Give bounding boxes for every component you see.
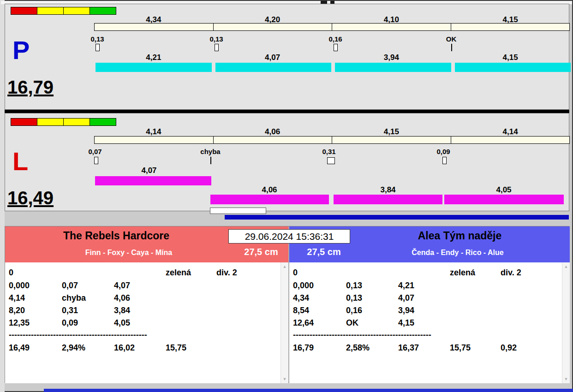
- run-time: 3,84: [367, 185, 409, 195]
- result-cell: 0,31: [62, 306, 78, 315]
- change-marker: [94, 157, 98, 164]
- run-time: 4,06: [249, 185, 290, 195]
- result-cell: 4,21: [398, 281, 414, 291]
- change-marker: [215, 44, 219, 51]
- lane-panel-p: 4,34 4,20 4,10 4,15 0,13 0,13 0,16 OK 4,…: [5, 4, 569, 110]
- run-bar: [335, 63, 451, 72]
- run-bar: [334, 195, 442, 204]
- run-time: 4,15: [451, 53, 570, 62]
- result-cell: 4,06: [114, 293, 130, 303]
- team-left-dogs: Finn - Foxy - Caya - Mína: [5, 249, 252, 257]
- start-lights: [11, 118, 116, 126]
- datetime: 29.06.2024 15:36:31: [228, 229, 350, 244]
- red-light-icon: [11, 118, 37, 126]
- result-cell: 4,34: [293, 293, 309, 303]
- split-time-labels: 4,14 4,06 4,15 4,14: [94, 127, 570, 137]
- change-time: OK: [430, 35, 472, 43]
- background-taskbar-edge: [44, 389, 573, 392]
- lane-letter: P: [12, 37, 30, 63]
- change-time: 0,16: [315, 35, 356, 43]
- change-time: 0,13: [77, 35, 118, 43]
- run-time: 4,05: [483, 185, 525, 195]
- change-time: chyba: [190, 148, 231, 155]
- run-bar: [96, 63, 212, 72]
- yellow-light-icon: [63, 118, 90, 126]
- split-time: 4,15: [332, 127, 451, 137]
- run-time: 4,21: [94, 53, 213, 62]
- run-bar: [95, 176, 211, 185]
- team-left-results: 0 zelená div. 2 0,000 0,07 4,07 4,14 chy…: [5, 262, 288, 383]
- split-bar-segment: [214, 24, 333, 30]
- result-cell: 0,07: [62, 281, 78, 291]
- run-bar: [444, 195, 564, 204]
- change-time: 0,31: [308, 148, 350, 155]
- split-bar-segment: [332, 24, 451, 30]
- team-right-dogs: Čenda - Endy - Rico - Alue: [354, 249, 561, 257]
- result-cell: 4,14: [9, 293, 25, 303]
- split-time: 4,14: [94, 127, 213, 137]
- split-time: 4,06: [213, 127, 332, 137]
- result-cell: 0,92: [501, 343, 517, 353]
- lane-total-time: 16,79: [7, 78, 54, 96]
- result-cell: 16,02: [114, 343, 135, 353]
- result-cell: 8,54: [293, 306, 309, 315]
- result-cell: 3,84: [114, 306, 130, 315]
- run-time: 4,07: [213, 53, 332, 62]
- result-cell: 15,75: [166, 343, 186, 353]
- team-right-jump-height: 27,5 cm: [298, 247, 349, 257]
- result-cell: 16,79: [293, 343, 314, 353]
- lane-total-time: 16,49: [7, 189, 54, 207]
- result-cell: 0,09: [62, 318, 78, 328]
- app-window: 4,34 4,20 4,10 4,15 0,13 0,13 0,16 OK 4,…: [0, 0, 573, 392]
- results-panel: The Rebels Hardcore Finn - Foxy - Caya -…: [5, 226, 569, 383]
- scrollbar[interactable]: ▲ ▼: [281, 262, 288, 383]
- split-bar: [94, 136, 570, 144]
- result-cell: 4,07: [398, 293, 414, 303]
- change-marker: [451, 44, 452, 51]
- result-cell: div. 2: [216, 268, 237, 278]
- result-cell: 8,20: [9, 306, 25, 315]
- lane-letter: L: [12, 148, 28, 174]
- scroll-up-icon[interactable]: ▲: [281, 264, 288, 269]
- split-bar-segment: [451, 24, 570, 30]
- scroll-down-icon[interactable]: ▼: [562, 376, 570, 382]
- window-left-edge: [0, 0, 5, 392]
- yellow-light-icon: [37, 118, 64, 126]
- run-bar: [210, 195, 329, 204]
- result-cell: 12,64: [293, 318, 314, 328]
- run-bars: [96, 63, 571, 72]
- change-marker: [210, 157, 211, 164]
- result-cell: 16,37: [398, 343, 419, 353]
- separator-dashes: ----------------------------------------…: [293, 330, 431, 340]
- result-cell: 2,94%: [62, 343, 85, 353]
- result-cell: 4,15: [398, 318, 414, 328]
- result-cell: 0,16: [346, 306, 362, 315]
- result-cell: 0: [9, 268, 13, 278]
- result-cell: 12,35: [9, 318, 30, 328]
- result-cell: 0,000: [9, 281, 30, 291]
- status-box: [210, 208, 266, 214]
- progress-bar: [225, 215, 569, 220]
- run-time: 4,07: [128, 166, 170, 175]
- yellow-light-icon: [63, 7, 90, 15]
- change-marker: [442, 157, 447, 164]
- scroll-up-icon[interactable]: ▲: [562, 264, 570, 269]
- green-light-icon: [90, 118, 116, 126]
- result-cell: 15,75: [450, 343, 471, 353]
- split-bar-segment: [451, 137, 570, 143]
- yellow-light-icon: [37, 7, 64, 15]
- lane-divider: [5, 110, 569, 113]
- result-cell: 0,000: [293, 281, 314, 291]
- split-bar: [94, 23, 570, 31]
- team-right-results: 0 zelená div. 2 0,000 0,13 4,21 4,34 0,1…: [289, 262, 570, 383]
- result-cell: 4,07: [114, 281, 130, 291]
- change-time: 0,13: [196, 35, 237, 43]
- result-cell: chyba: [62, 293, 86, 303]
- result-cell: 4,05: [114, 318, 130, 328]
- scroll-down-icon[interactable]: ▼: [281, 376, 288, 382]
- run-time-labels: 4,21 4,07 3,94 4,15: [94, 53, 570, 62]
- scrollbar[interactable]: ▲ ▼: [562, 262, 570, 383]
- start-lights: [11, 7, 116, 15]
- result-cell: 0,13: [346, 293, 362, 303]
- change-marker: [334, 44, 338, 51]
